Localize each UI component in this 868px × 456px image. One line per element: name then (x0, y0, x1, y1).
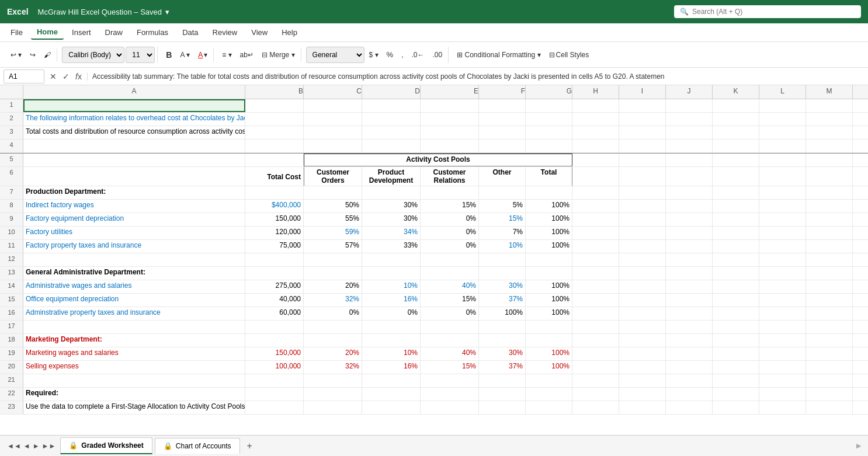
format-painter-button[interactable]: 🖌 (40, 48, 54, 61)
cell-i15[interactable] (619, 294, 666, 307)
cell-h4[interactable] (572, 140, 619, 152)
nav-prev-icon[interactable]: ◄ (23, 442, 30, 450)
cell-i3[interactable] (619, 126, 666, 139)
cell-i17[interactable] (619, 321, 666, 333)
cell-e9[interactable]: 0% (421, 213, 479, 226)
cell-k10[interactable] (713, 227, 759, 239)
cell-a3[interactable]: Total costs and distribution of resource… (23, 126, 245, 139)
cell-b22[interactable] (245, 388, 304, 401)
cell-activity-cost-pools-header[interactable]: Activity Cost Pools (304, 154, 572, 166)
cell-i19[interactable] (619, 347, 666, 360)
cell-j8[interactable] (666, 200, 713, 213)
cell-c6[interactable]: CustomerOrders (304, 167, 362, 186)
nav-last-icon[interactable]: ►► (42, 442, 56, 450)
cell-i1[interactable] (619, 99, 666, 112)
cell-i9[interactable] (619, 213, 666, 226)
sheet-tab-chart-of-accounts[interactable]: 🔒 Chart of Accounts (155, 438, 240, 454)
cell-d23[interactable] (362, 401, 421, 414)
cell-l8[interactable] (759, 200, 806, 213)
cell-g15[interactable]: 100% (526, 294, 572, 307)
cell-j17[interactable] (666, 321, 713, 333)
cell-a22[interactable]: Required: (23, 388, 245, 401)
decrease-decimal-button[interactable]: .0← (408, 48, 428, 61)
cell-a18[interactable]: Marketing Department: (23, 334, 245, 347)
cell-l9[interactable] (759, 213, 806, 226)
cell-m10[interactable] (806, 227, 853, 239)
col-header-j[interactable]: J (666, 85, 713, 99)
cell-a21[interactable] (23, 374, 245, 387)
cell-c11[interactable]: 57% (304, 240, 362, 253)
cell-k9[interactable] (713, 213, 759, 226)
cell-k17[interactable] (713, 321, 759, 333)
cell-b4[interactable] (245, 140, 304, 152)
cell-j15[interactable] (666, 294, 713, 307)
cell-a11[interactable]: Factory property taxes and insurance (23, 240, 245, 253)
cell-h5[interactable] (572, 154, 619, 166)
cell-j7[interactable] (666, 186, 713, 199)
cell-j9[interactable] (666, 213, 713, 226)
cell-m3[interactable] (806, 126, 853, 139)
cell-h22[interactable] (572, 388, 619, 401)
cell-i14[interactable] (619, 280, 666, 293)
cell-c18[interactable] (304, 334, 362, 347)
cell-h16[interactable] (572, 307, 619, 320)
cell-i13[interactable] (619, 267, 666, 280)
cell-a12[interactable] (23, 253, 245, 266)
align-button[interactable]: ≡ ▾ (218, 48, 235, 61)
cell-j19[interactable] (666, 347, 713, 360)
confirm-formula-icon[interactable]: ✓ (61, 72, 71, 81)
cell-b23[interactable] (245, 401, 304, 414)
percent-button[interactable]: % (383, 48, 397, 61)
cell-g19[interactable]: 100% (526, 347, 572, 360)
cell-g9[interactable]: 100% (526, 213, 572, 226)
cell-j13[interactable] (666, 267, 713, 280)
cell-g3[interactable] (526, 126, 572, 139)
menu-formulas[interactable]: Formulas (131, 26, 174, 39)
cell-i8[interactable] (619, 200, 666, 213)
cell-j14[interactable] (666, 280, 713, 293)
cell-b3[interactable] (245, 126, 304, 139)
cell-f4[interactable] (479, 140, 526, 152)
cell-e18[interactable] (421, 334, 479, 347)
cell-j4[interactable] (666, 140, 713, 152)
cell-k16[interactable] (713, 307, 759, 320)
cell-c9[interactable]: 55% (304, 213, 362, 226)
cell-h6[interactable] (572, 167, 619, 186)
cell-g20[interactable]: 100% (526, 361, 572, 374)
cell-f21[interactable] (479, 374, 526, 387)
cell-m21[interactable] (806, 374, 853, 387)
cell-k7[interactable] (713, 186, 759, 199)
cell-a7[interactable]: Production Department: (23, 186, 245, 199)
cell-g16[interactable]: 100% (526, 307, 572, 320)
cell-g1[interactable] (526, 99, 572, 112)
cell-a2[interactable]: The following information relates to ove… (23, 113, 245, 126)
cell-g8[interactable]: 100% (526, 200, 572, 213)
cell-m5[interactable] (806, 154, 853, 166)
col-header-c[interactable]: C (304, 85, 362, 99)
cell-i16[interactable] (619, 307, 666, 320)
col-header-b[interactable]: B (245, 85, 304, 99)
cell-b15[interactable]: 40,000 (245, 294, 304, 307)
search-input[interactable] (692, 8, 855, 16)
cell-e3[interactable] (421, 126, 479, 139)
cell-b2[interactable] (245, 113, 304, 126)
cell-g2[interactable] (526, 113, 572, 126)
cell-j6[interactable] (666, 167, 713, 186)
cell-d9[interactable]: 30% (362, 213, 421, 226)
cell-c3[interactable] (304, 126, 362, 139)
cell-l14[interactable] (759, 280, 806, 293)
cell-h23[interactable] (572, 401, 619, 414)
cell-e10[interactable]: 0% (421, 227, 479, 239)
cell-h11[interactable] (572, 240, 619, 253)
nav-next-icon[interactable]: ► (33, 442, 40, 450)
cell-b1[interactable] (245, 99, 304, 112)
menu-insert[interactable]: Insert (66, 26, 97, 39)
cell-g21[interactable] (526, 374, 572, 387)
cell-h20[interactable] (572, 361, 619, 374)
cell-c20[interactable]: 32% (304, 361, 362, 374)
cell-d10[interactable]: 34% (362, 227, 421, 239)
cell-m7[interactable] (806, 186, 853, 199)
cell-l18[interactable] (759, 334, 806, 347)
cell-d20[interactable]: 16% (362, 361, 421, 374)
cell-h21[interactable] (572, 374, 619, 387)
